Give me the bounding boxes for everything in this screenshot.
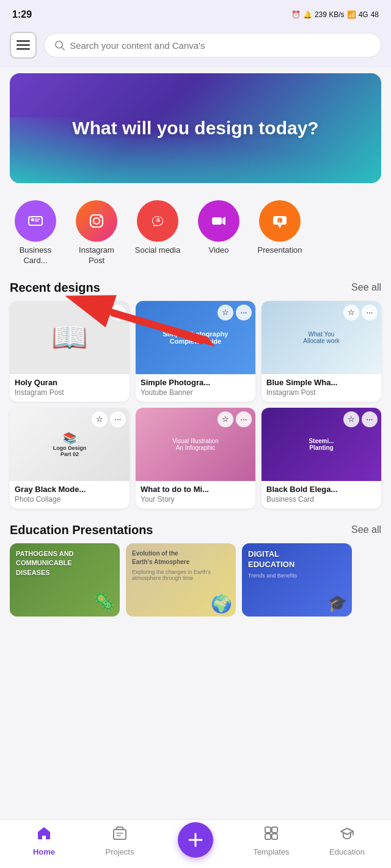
star-button-2[interactable]: ☆ [217, 305, 233, 320]
video-icon [198, 200, 239, 242]
menu-button[interactable] [10, 32, 37, 59]
nav-item-education[interactable]: Education [309, 820, 385, 861]
edu-card-evolution[interactable]: Evolution of theEarth's Atmosphere Explo… [126, 543, 236, 617]
svg-point-10 [93, 218, 100, 224]
svg-rect-1 [16, 45, 30, 46]
hero-text: What will you design today? [60, 118, 331, 139]
education-header: Education Presentations See all [0, 513, 391, 543]
star-button[interactable]: ☆ [92, 305, 108, 320]
design-card-simple-photogra[interactable]: Simple PhotographyComplete Guide ☆ ··· S… [136, 301, 255, 402]
design-card-holy-quran[interactable]: 📖 ☆ ··· Holy Quran Instagram Post [10, 301, 130, 402]
design-thumb-gray-black: 📚 Logo DesignPart 02 ☆ ··· [10, 408, 130, 481]
design-thumb-simple-photogra: Simple PhotographyComplete Guide ☆ ··· [136, 301, 255, 374]
more-button-2[interactable]: ··· [236, 305, 252, 320]
card-title-2: Simple Photogra... [141, 378, 250, 387]
design-type-presentation[interactable]: ! Presentation [249, 198, 310, 269]
social-media-label: Social media [135, 245, 180, 256]
nav-item-create[interactable] [158, 817, 233, 865]
design-types-row: BusinessCard... InstagramPost Social [0, 189, 391, 271]
card-title-6: Black Bold Elega... [266, 485, 376, 494]
card-title: Holy Quran [15, 378, 125, 387]
social-media-icon [137, 200, 178, 242]
svg-line-4 [62, 48, 64, 50]
card-title-5: What to do to Mi... [141, 485, 250, 494]
star-button-6[interactable]: ☆ [343, 411, 359, 427]
svg-rect-27 [272, 834, 277, 839]
education-cards-row: PATHOGENS ANDCOMMUNICABLEDISEASES 🦠 Evol… [0, 543, 391, 617]
card-subtitle-6: Business Card [266, 495, 376, 504]
design-type-business-card[interactable]: BusinessCard... [5, 198, 66, 269]
education-title: Education Presentations [10, 523, 153, 537]
education-icon [339, 825, 355, 845]
svg-rect-26 [265, 834, 271, 839]
more-button-5[interactable]: ··· [236, 411, 252, 427]
design-card-gray-black[interactable]: 📚 Logo DesignPart 02 ☆ ··· Gray Black Mo… [10, 408, 130, 508]
search-input[interactable] [70, 40, 371, 51]
status-icons: ⏰ 🔔 239 KB/s 📶 4G 48 [291, 10, 379, 19]
card-info-5: What to do to Mi... Your Story [136, 481, 255, 508]
design-type-instagram-post[interactable]: InstagramPost [66, 198, 127, 269]
more-button-6[interactable]: ··· [362, 411, 378, 427]
projects-icon [112, 825, 128, 845]
svg-point-6 [31, 219, 34, 222]
star-button-5[interactable]: ☆ [217, 411, 233, 427]
svg-point-11 [100, 216, 101, 218]
signal-icon: 📶 [347, 10, 356, 19]
instagram-icon [76, 200, 117, 242]
card-subtitle-2: Youtube Banner [141, 388, 250, 397]
presentation-icon: ! [259, 200, 301, 242]
design-card-blue-simple[interactable]: What YouAllocate work ☆ ··· Blue Simple … [261, 301, 381, 402]
svg-rect-12 [212, 217, 222, 225]
business-card-icon [15, 200, 56, 242]
nav-item-projects[interactable]: Projects [82, 820, 158, 861]
card-info-2: Simple Photogra... Youtube Banner [136, 374, 255, 402]
more-button-3[interactable]: ··· [362, 305, 378, 320]
card-title-3: Blue Simple Wha... [266, 378, 376, 387]
star-button-3[interactable]: ☆ [343, 305, 359, 320]
card-subtitle-5: Your Story [141, 495, 250, 504]
recent-designs-header: Recent designs See all [0, 271, 391, 301]
search-bar[interactable] [44, 33, 381, 57]
design-card-black-bold[interactable]: Steemi...Planting ☆ ··· Black Bold Elega… [261, 408, 381, 508]
svg-rect-19 [114, 830, 126, 839]
card-subtitle: Instagram Post [15, 388, 125, 397]
edu-card-digital-education[interactable]: DIGITALEDUCATION Trends and Benefits 🎓 [242, 543, 352, 617]
education-label: Education [329, 847, 365, 856]
header [0, 27, 391, 67]
create-fab-button[interactable] [178, 822, 213, 858]
presentation-label: Presentation [258, 245, 302, 256]
design-type-video[interactable]: Video [188, 198, 249, 269]
projects-label: Projects [106, 847, 134, 856]
templates-label: Templates [253, 847, 289, 856]
card-info-6: Black Bold Elega... Business Card [261, 481, 381, 508]
svg-text:!: ! [279, 219, 280, 224]
instagram-post-label: InstagramPost [79, 245, 114, 266]
home-label: Home [33, 847, 55, 856]
card-title-4: Gray Black Mode... [15, 485, 125, 494]
alarm-icon: ⏰ [291, 10, 301, 19]
card-actions-3: ☆ ··· [343, 305, 378, 320]
speed-indicator: 239 KB/s [315, 10, 345, 19]
svg-rect-2 [16, 48, 30, 50]
video-label: Video [208, 245, 228, 256]
card-actions-6: ☆ ··· [343, 411, 378, 427]
education-see-all[interactable]: See all [351, 524, 381, 535]
design-thumb-black-bold: Steemi...Planting ☆ ··· [261, 408, 381, 481]
card-actions-4: ☆ ··· [92, 411, 126, 427]
hero-banner: What will you design today? [10, 73, 381, 183]
nav-item-templates[interactable]: Templates [233, 820, 309, 861]
star-button-4[interactable]: ☆ [92, 411, 108, 427]
search-icon [54, 40, 65, 51]
battery-icon: 48 [371, 10, 379, 19]
more-button-4[interactable]: ··· [110, 411, 126, 427]
svg-rect-0 [16, 40, 30, 42]
card-info-4: Gray Black Mode... Photo Collage [10, 481, 130, 508]
svg-rect-25 [272, 827, 277, 833]
recent-designs-see-all[interactable]: See all [351, 282, 381, 293]
more-button[interactable]: ··· [110, 305, 126, 320]
nav-item-home[interactable]: Home [6, 820, 82, 861]
design-card-what-to-do[interactable]: Visual IllustrationAn Infographic ☆ ··· … [136, 408, 255, 508]
edu-card-pathogens[interactable]: PATHOGENS ANDCOMMUNICABLEDISEASES 🦠 [10, 543, 120, 617]
design-type-social-media[interactable]: Social media [127, 198, 188, 269]
business-card-label: BusinessCard... [20, 245, 52, 266]
